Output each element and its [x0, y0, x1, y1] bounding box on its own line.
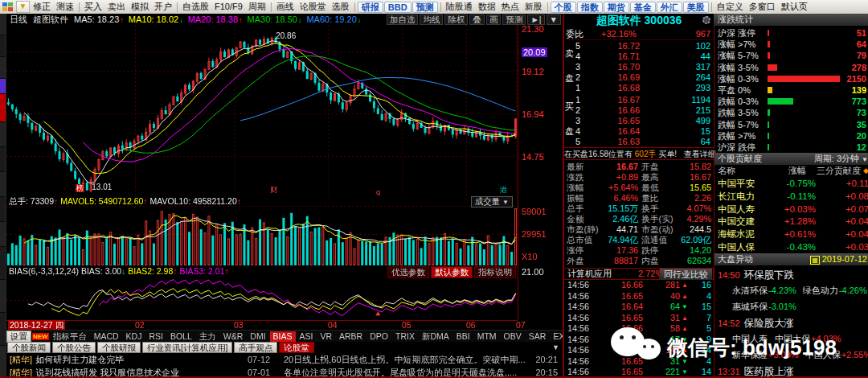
bias-button-指标说明[interactable]: 指标说明: [474, 266, 516, 278]
indicator-tab-RSI[interactable]: RSI: [145, 331, 166, 342]
dropdown-arrow-icon[interactable]: ▼: [16, 1, 30, 13]
contrib-stock-name[interactable]: 中国人寿: [718, 203, 755, 216]
chart-nav-button[interactable]: ▼: [547, 14, 561, 25]
toolbar-item-热点[interactable]: 热点: [499, 1, 522, 13]
bias-button-优选参数[interactable]: 优选参数: [387, 266, 429, 278]
left-strip-tab[interactable]: [0, 57, 6, 79]
feed-stocks[interactable]: 惠城环保-3.01%: [732, 301, 803, 313]
contrib-stock-name[interactable]: 中国交建: [718, 215, 755, 228]
contribution-row[interactable]: 海螺水泥+0.61%+0.04: [714, 228, 868, 240]
toolbar-item-论股堂[interactable]: 论股堂: [297, 1, 329, 13]
indicator-tab-指标平台[interactable]: 指标平台: [50, 331, 90, 342]
left-strip-tab[interactable]: [0, 147, 6, 172]
indicator-tab-KDJ[interactable]: KDJ: [123, 331, 145, 342]
period-label[interactable]: 日线: [10, 14, 27, 26]
toolbar-item-BBD[interactable]: BBD: [384, 2, 411, 13]
toolbar-item-美股[interactable]: 美股: [683, 2, 709, 13]
kline-pane[interactable]: 20.86 13.01 榜财q港: [6, 25, 518, 196]
feed-stock-name[interactable]: 中国人寿: [732, 334, 768, 343]
news-snippet[interactable]: 20日线上拐,60日线也上拐。中短期底部完全确立。突破中期...: [284, 353, 531, 366]
toolbar-item-预测[interactable]: 预测: [412, 2, 438, 13]
contribution-row[interactable]: 中国平安-0.75%+0.11: [714, 177, 868, 190]
feed-stocks[interactable]: 新华保险+3.09%中国人保+2.55%: [732, 349, 868, 361]
left-strip-tab[interactable]: [0, 79, 6, 94]
left-strip-tab[interactable]: [0, 280, 6, 313]
toolbar-item-买入[interactable]: 买入: [82, 1, 104, 13]
toolbar-item-卖出[interactable]: 卖出: [105, 1, 128, 13]
indicator-tab-DPO[interactable]: DPO: [366, 331, 391, 342]
contribution-row[interactable]: 中国人寿+0.03%+0.07: [714, 203, 868, 216]
toolbar-item-基金[interactable]: 基金: [630, 2, 656, 13]
left-strip-tab[interactable]: [0, 313, 6, 346]
event-marker-财[interactable]: 财: [270, 186, 277, 194]
chart-button-均线[interactable]: 均线: [420, 14, 443, 25]
news-tab-个股公告[interactable]: 个股公告: [52, 342, 96, 353]
indicator-tab-BOLL[interactable]: BOLL: [167, 331, 195, 342]
chevron-down-icon[interactable]: ▼: [862, 154, 868, 166]
big-order-hint[interactable]: 在买盘16.58位置有 602手 买单! 查看详细: [564, 147, 714, 160]
market-alert-label[interactable]: 大盘异动: [718, 253, 753, 265]
indicator-tab-W&R[interactable]: W&R: [220, 331, 247, 342]
indicator-tab-新DMA[interactable]: 新DMA: [419, 331, 452, 342]
period-selector[interactable]: 周期: 3分钟: [814, 153, 859, 164]
sell-row[interactable]: 316.70317: [574, 62, 714, 72]
indicator-tab-BIAS[interactable]: BIAS: [270, 331, 296, 342]
contribution-row[interactable]: 中国人保-0.43%+0.03: [714, 240, 868, 253]
indicator-tab-OBV[interactable]: OBV: [501, 331, 525, 342]
feed-stock-name[interactable]: 中国太保: [775, 334, 810, 343]
news-tab-高手观点[interactable]: 高手观点: [234, 342, 277, 353]
feed-stock-name[interactable]: 惠城环保: [732, 302, 768, 311]
toolbar-item-修正[interactable]: 修正: [31, 1, 53, 13]
pin-icon[interactable]: ▼: [552, 343, 563, 351]
left-strip-tab[interactable]: [0, 94, 6, 122]
contrib-stock-name[interactable]: 中国人保: [718, 240, 755, 253]
feed-stock-name[interactable]: 绿色动力: [803, 286, 838, 295]
indicator-tab-TRIX[interactable]: TRIX: [392, 331, 418, 342]
indicator-tab-BBI[interactable]: BBI: [453, 331, 473, 342]
toolbar-item-指数[interactable]: 指数: [577, 2, 603, 13]
chart-button-预测[interactable]: 预测: [502, 14, 526, 25]
feed-stock-name[interactable]: 中国人保: [805, 350, 841, 360]
indicator-tab-DMI[interactable]: DMI: [247, 331, 268, 342]
toolbar-item-期货[interactable]: 期货: [604, 2, 629, 13]
feed-headline[interactable]: 14:50环保股下跌: [718, 269, 794, 282]
toolbar-item-测速[interactable]: 测速: [54, 1, 76, 13]
industry-name[interactable]: 计算机应用: [567, 269, 612, 279]
left-strip-tab[interactable]: [0, 222, 6, 247]
left-strip-tab[interactable]: [0, 197, 6, 222]
indicator-tab-MTM[interactable]: MTM: [474, 331, 500, 342]
feed-stock-name[interactable]: 新华保险: [732, 350, 768, 360]
bias-button-默认参数[interactable]: 默认参数: [431, 266, 473, 278]
left-tab-strip[interactable]: [0, 14, 6, 378]
indicator-tab-SAR[interactable]: SAR: [526, 331, 550, 342]
indicator-tab-设置[interactable]: 设置: [6, 331, 31, 343]
buy-row[interactable]: 416.6415: [574, 126, 714, 137]
toolbar-item-数据[interactable]: 数据: [476, 1, 498, 13]
buy-row[interactable]: 316.65499: [574, 116, 714, 126]
feed-stocks[interactable]: 中国人寿中国太保+4.03%: [732, 333, 848, 345]
volume-pane[interactable]: 总手: 73309↑ MAVOL5: 5490712.60↑ MAVOL10: …: [6, 195, 518, 266]
left-strip-tab[interactable]: [0, 172, 6, 197]
news-tab-论股堂[interactable]: 论股堂: [279, 342, 314, 353]
chart-button-叠[interactable]: 叠: [469, 14, 485, 25]
left-strip-tab[interactable]: [0, 35, 6, 57]
toolbar-item-个股[interactable]: 个股: [551, 2, 576, 13]
toolbar-item-新股[interactable]: 新股: [522, 1, 545, 13]
indicator-tab-ARBR[interactable]: ARBR: [336, 331, 366, 342]
left-strip-tab[interactable]: [0, 14, 6, 35]
left-strip-tab[interactable]: [0, 122, 6, 147]
volume-indicator-selector[interactable]: 成交量 ▼: [471, 196, 513, 207]
news-tab-个股研报[interactable]: 个股研报: [97, 342, 141, 353]
toolbar-item-画线[interactable]: 画线: [274, 1, 297, 13]
chart-button-除权[interactable]: 除权: [444, 14, 468, 25]
sell-row[interactable]: 216.69264: [574, 72, 714, 83]
toolbar-item-默认页[interactable]: 默认页: [779, 1, 810, 13]
industry-compare-button[interactable]: 同行业比较: [659, 269, 712, 280]
chart-button-画[interactable]: 画: [486, 14, 502, 25]
toolbar-item-自定义[interactable]: 自定义: [714, 1, 746, 13]
indicator-tab-MACD[interactable]: MACD: [91, 331, 122, 342]
buy-row[interactable]: 516.6364: [574, 137, 714, 147]
indicator-tab-VR[interactable]: VR: [317, 331, 335, 342]
sell-row[interactable]: 116.68293: [574, 83, 714, 93]
left-strip-tab[interactable]: [0, 247, 6, 280]
